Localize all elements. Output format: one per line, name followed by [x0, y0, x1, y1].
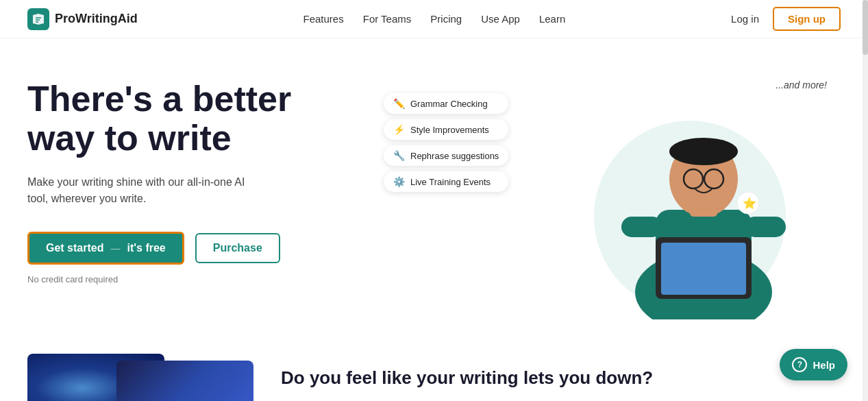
nav-learn[interactable]: Learn — [539, 13, 565, 25]
pill-style: ⚡ Style Improvements — [384, 119, 508, 140]
svg-rect-12 — [661, 243, 746, 295]
nav-right: Log in Sign up — [731, 7, 841, 31]
pill-training: ⚙️ Live Training Events — [384, 171, 508, 192]
painting-image — [116, 361, 253, 401]
hero-section: There's a better way to write Make your … — [0, 38, 868, 333]
hero-title: There's a better way to write — [27, 80, 384, 158]
signup-button[interactable]: Sign up — [773, 7, 841, 31]
hero-right: ...and more! ✏️ Grammar Checking ⚡ Style… — [384, 73, 841, 333]
logo-icon — [27, 8, 49, 30]
hero-subtitle: Make your writing shine with our all-in-… — [27, 174, 260, 207]
help-button[interactable]: ? Help — [780, 349, 847, 380]
nav-use-app[interactable]: Use App — [481, 13, 520, 25]
no-credit-text: No credit card required — [27, 274, 384, 284]
get-started-button[interactable]: Get started — it's free — [27, 232, 184, 265]
rephrase-icon: 🔧 — [393, 150, 405, 161]
login-link[interactable]: Log in — [731, 13, 759, 25]
bottom-section: Do you feel like your writing lets you d… — [0, 354, 868, 401]
nav-features[interactable]: Features — [303, 13, 344, 25]
brand-name: ProWritingAid — [55, 12, 138, 26]
grammar-icon: ✏️ — [393, 98, 405, 109]
svg-rect-9 — [621, 217, 662, 237]
image-front — [116, 361, 253, 401]
nav-for-teams[interactable]: For Teams — [363, 13, 412, 25]
svg-rect-10 — [745, 217, 786, 237]
pill-rephrase: 🔧 Rephrase suggestions — [384, 145, 508, 166]
scrollbar[interactable] — [863, 0, 868, 401]
hero-left: There's a better way to write Make your … — [27, 73, 384, 284]
scrollbar-thumb[interactable] — [863, 0, 868, 55]
nav-links: Features For Teams Pricing Use App Learn — [303, 13, 566, 25]
hero-illustration: ⭐ — [580, 66, 799, 319]
navbar: ProWritingAid Features For Teams Pricing… — [0, 0, 868, 38]
svg-text:⭐: ⭐ — [743, 197, 756, 210]
nav-pricing[interactable]: Pricing — [430, 13, 462, 25]
person-svg: ⭐ — [601, 73, 806, 319]
bottom-text: Do you feel like your writing lets you d… — [281, 354, 653, 389]
logo[interactable]: ProWritingAid — [27, 8, 138, 30]
style-icon: ⚡ — [393, 124, 405, 135]
training-icon: ⚙️ — [393, 176, 405, 187]
help-icon: ? — [792, 357, 807, 372]
hero-buttons: Get started — it's free Purchase — [27, 232, 384, 265]
purchase-button[interactable]: Purchase — [195, 233, 280, 263]
bottom-image-container — [27, 354, 253, 401]
bottom-heading: Do you feel like your writing lets you d… — [281, 367, 653, 389]
feature-pills: ✏️ Grammar Checking ⚡ Style Improvements… — [384, 93, 508, 192]
svg-point-5 — [669, 138, 738, 165]
pill-grammar: ✏️ Grammar Checking — [384, 93, 508, 114]
